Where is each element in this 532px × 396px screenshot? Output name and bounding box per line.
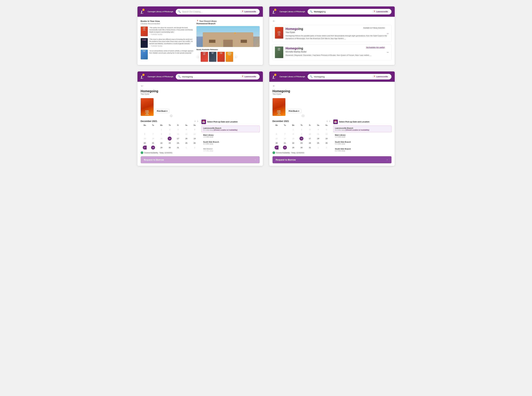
location-item-2[interactable]: Main Library 1.2 miles away [201, 133, 260, 139]
cal-cell-6: 6 [143, 132, 147, 136]
title-rest-2: ing [298, 47, 303, 50]
cal-cell-31[interactable]: 31 [176, 146, 180, 150]
cal-prev-4[interactable]: ‹ [326, 120, 328, 123]
format-label-3: Print Book [157, 110, 166, 112]
library-section: 📍 Your Closest Library Homewood Branch N… [196, 20, 260, 62]
cal-next-3[interactable]: › [197, 120, 199, 123]
result-arrow-1[interactable]: → [386, 32, 389, 35]
location-item-4-3[interactable]: South Side Branch 3.3 miles away [333, 140, 391, 146]
location-tag-3[interactable]: 📍 Lawrenceville [240, 75, 257, 78]
logo-letter-2: L [273, 10, 275, 14]
cal-cell-28a[interactable]: 28 [184, 137, 188, 140]
result-card-1[interactable]: HOMEGOINGYAAGYASI Homegoing Yaa Gyasi Ho… [273, 25, 391, 42]
logo-letter: L [141, 10, 143, 14]
location-item-1[interactable]: Lawrenceville Branch 0.4 miles away (Clo… [201, 126, 260, 132]
waitlist-link[interactable]: (join waitlist) [376, 47, 385, 48]
loc4-name-3: South Side Branch [335, 141, 390, 143]
location-item-4-2[interactable]: Main Library 1.2 miles away [333, 133, 391, 139]
book-cover-power[interactable]: POWER [141, 38, 148, 48]
location-pin-icon-2: 📍 [373, 11, 376, 13]
book-homegoing2[interactable]: HOMEGOING [217, 52, 225, 62]
detail-author-3: Yaa Gyasi [141, 93, 149, 95]
format-btn-3[interactable]: Print Book ▾ [155, 109, 170, 113]
search-results: ← HOMEGOINGYAAGYASI Homegoing Yaa Gyasi … [269, 17, 395, 65]
result-author-1: Yaa Gyasi [286, 31, 389, 34]
book-darkest[interactable]: PHILLIPMARGOLINDARKESTPLACE [226, 52, 233, 62]
cal-cell-24[interactable]: 24 [176, 141, 180, 145]
carousel-prev[interactable]: ‹ [196, 55, 200, 58]
book-row-1: HOMEGOINGYAAGYASI "The author has done h… [141, 27, 193, 36]
location-item-4-1[interactable]: Lawrenceville Branch 0.4 miles away (Clo… [333, 126, 391, 132]
search-bar-3[interactable]: 🔍 Homegoing 📍 Lawrenceville [176, 74, 259, 80]
cal-cell-26[interactable]: 26 [193, 141, 197, 145]
cal-next-4[interactable]: › [329, 120, 331, 123]
search-bar-4[interactable]: 🔍 Homegoing 📍 Lawrenceville [308, 74, 391, 80]
result-card-2[interactable]: HOMEGOINGButler Homegoing Michelle Marke… [273, 44, 391, 60]
book-row-2: POWER "The novel is about two different … [141, 38, 193, 48]
book-memorial[interactable]: MEMORIAL [209, 52, 216, 62]
title-highlight-1: Homego [286, 27, 298, 31]
cal-cell-16-today[interactable]: 16 [168, 137, 172, 140]
cal4-cell-16-today[interactable]: 16 [299, 137, 303, 140]
back-arrow-3[interactable]: ← [141, 84, 260, 88]
logo-icon-3: L [141, 74, 146, 80]
book-cover-homegoing[interactable]: HOMEGOINGYAAGYASI [141, 27, 148, 36]
logo-icon-1: L [141, 9, 146, 14]
loc-dist-3: 2.3 miles away [203, 143, 258, 145]
cal-row-3: 13 14 15 16 17 28 19 [141, 136, 199, 141]
book-crying[interactable]: CRYINGIN HMART [201, 52, 208, 62]
pickup-section-4: 📅 Select Pick-up Date and Location Lawre… [333, 120, 391, 154]
request-btn-4[interactable]: Request to Borrow → [273, 156, 391, 163]
result-arrow-2[interactable]: → [386, 51, 389, 54]
request-btn-3[interactable]: Request to Borrow → [141, 156, 260, 163]
cal-cell-10: 10 [176, 132, 180, 136]
cal-prev-3[interactable]: ‹ [194, 120, 196, 123]
location-label-4: Lawrenceville [376, 76, 388, 78]
pickup-header-3: 📅 Select Pick-up Date and Location [201, 120, 260, 124]
cal-cell-25[interactable]: 25 [184, 141, 188, 145]
cal-cell-19[interactable]: 19 [193, 137, 197, 140]
location-tag-1[interactable]: 📍 Lawrenceville [240, 10, 257, 13]
soonest-avail-3: ✓ Soonest Availability: Today, 12/16/202… [141, 151, 199, 154]
logo-area-1: L Carnegie Library of Pittsburgh [141, 9, 173, 14]
location-tag-4[interactable]: 📍 Lawrenceville [372, 75, 389, 78]
cal-cell-21[interactable]: 21 [151, 141, 155, 145]
library-image [196, 26, 260, 47]
location-item-4-4[interactable]: South Side Branch 3.4 miles away [333, 146, 391, 153]
location-item-3[interactable]: South Side Branch 2.3 miles away [201, 140, 260, 146]
panel4-body: ← Homegoing Yaa Gyasi HOMEGOINGYAAGYASI … [269, 82, 395, 166]
cal-hdr-th: Th [166, 124, 174, 127]
book-info-1: "The author has done her research, and t… [149, 27, 193, 35]
loc-dist-1: 0.4 miles away (Closest Location w/ Avai… [203, 129, 258, 131]
cal-cell-30[interactable]: 30 [168, 146, 172, 150]
cal-nav-4: ‹ › [326, 120, 331, 123]
cal-cell-29[interactable]: 29 [160, 146, 163, 150]
pickup-title-4: Select Pick-up Date and Location [339, 121, 369, 123]
search-bar-1[interactable]: 🔍 Search Our Catalog... 📍 Lawrenceville [176, 9, 259, 14]
cal-hdr-we: We [157, 124, 166, 127]
back-arrow-2[interactable]: ← [273, 19, 391, 23]
location-tag-2[interactable]: 📍 Lawrenceville [372, 10, 389, 13]
cal-cell-20[interactable]: 20 [143, 141, 147, 145]
cal-cell-22[interactable]: 22 [160, 141, 163, 145]
cal-row-2: 6 7 8 9 10 11 12 [141, 132, 199, 136]
format-label-4: Print Book [289, 110, 298, 112]
book-quote-1: "The author has done her research, and t… [149, 27, 193, 33]
loc4-dist-3: 3.3 miles away [335, 143, 390, 145]
cal-header-4: December 2021 ‹ › [273, 120, 331, 123]
search-icon-2: 🔍 [310, 10, 313, 13]
cal-cell-empty2 [151, 128, 155, 131]
carousel-next[interactable]: › [234, 55, 237, 58]
cal-cell-3: 3 [176, 128, 180, 131]
back-arrow-4[interactable]: ← [273, 84, 391, 88]
soonest-date-3: Today, 12/16/2021 [159, 152, 172, 154]
cal-cell-17[interactable]: 17 [176, 137, 180, 140]
cal-cell-23[interactable]: 23 [168, 141, 172, 145]
availability-2: Not Available (join waitlist) [366, 47, 385, 48]
cal-cell-28-sel[interactable]: 28 [151, 146, 155, 150]
format-btn-4[interactable]: Print Book ▾ [287, 109, 301, 113]
avail-status-2: Not Available [366, 47, 376, 48]
cal-cell-27[interactable]: 27 [143, 146, 147, 150]
search-bar-2[interactable]: 🔍 Homego|ing 📍 Lawrenceville [308, 9, 391, 14]
book-cover-danielle[interactable]: DanielleSteel [141, 50, 148, 59]
